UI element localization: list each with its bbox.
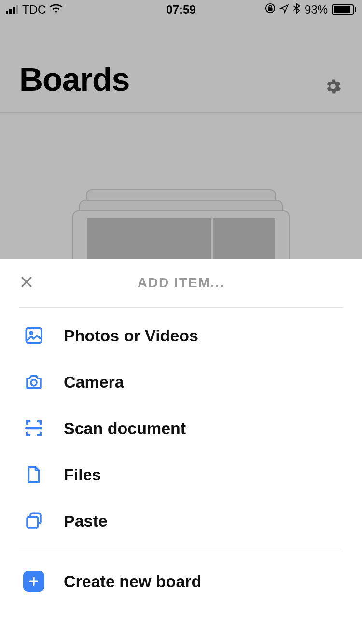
option-label: Photos or Videos	[64, 326, 198, 345]
plus-badge-icon	[23, 571, 44, 592]
svg-rect-2	[26, 328, 42, 343]
add-item-sheet: ADD ITEM... Photos or Videos Camera Scan…	[0, 259, 362, 644]
photo-icon	[23, 325, 44, 346]
sheet-title: ADD ITEM...	[19, 275, 343, 291]
paste-icon	[23, 510, 44, 532]
option-scan-document[interactable]: Scan document	[0, 405, 362, 451]
sheet-options: Photos or Videos Camera Scan document Fi…	[0, 308, 362, 609]
option-paste[interactable]: Paste	[0, 498, 362, 544]
option-photos-videos[interactable]: Photos or Videos	[0, 312, 362, 359]
svg-point-3	[30, 332, 32, 334]
option-camera[interactable]: Camera	[0, 359, 362, 405]
option-label: Create new board	[64, 572, 201, 591]
option-label: Camera	[64, 373, 124, 392]
svg-rect-5	[27, 517, 38, 528]
close-button[interactable]	[19, 275, 34, 291]
sheet-header: ADD ITEM...	[19, 259, 343, 308]
option-label: Paste	[64, 512, 108, 531]
option-files[interactable]: Files	[0, 451, 362, 498]
camera-icon	[23, 371, 44, 392]
close-icon	[19, 275, 34, 289]
file-icon	[23, 464, 44, 485]
svg-point-4	[31, 380, 37, 386]
option-label: Files	[64, 465, 101, 484]
divider	[19, 551, 343, 551]
option-label: Scan document	[64, 419, 186, 438]
option-create-new-board[interactable]: Create new board	[0, 558, 362, 604]
scan-icon	[23, 418, 44, 439]
